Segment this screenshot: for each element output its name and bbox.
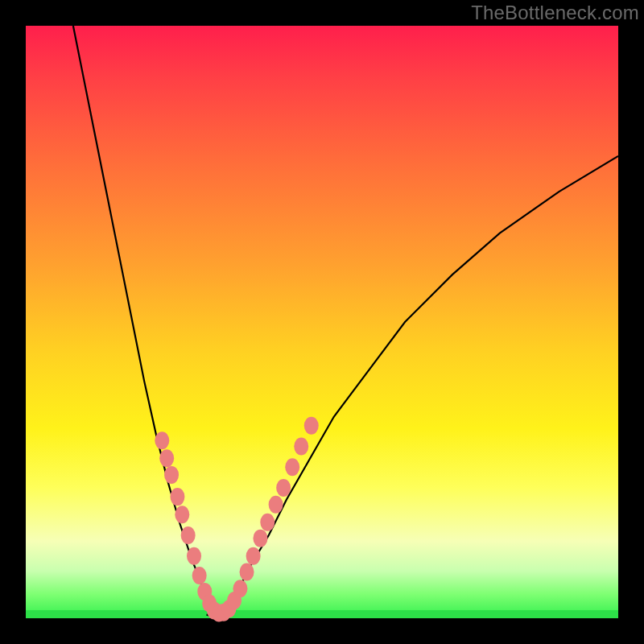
data-dot: [187, 547, 201, 565]
data-dot: [240, 564, 254, 581]
data-dot: [260, 514, 275, 531]
data-dot: [253, 530, 267, 547]
data-dot: [294, 438, 308, 456]
data-dot: [285, 458, 299, 476]
left-branch-line: [73, 26, 218, 615]
lines-layer: [73, 26, 618, 617]
data-dot: [276, 479, 291, 497]
data-dot: [269, 496, 283, 514]
data-dot: [170, 488, 184, 506]
data-dot: [159, 449, 174, 467]
plot-area: [26, 26, 618, 618]
data-dot: [164, 466, 179, 484]
data-dot: [304, 417, 319, 435]
data-dot: [175, 506, 189, 523]
data-dot: [233, 580, 247, 597]
data-dot: [155, 431, 169, 449]
chart-frame: TheBottleneck.com: [0, 0, 644, 644]
data-dot: [246, 547, 261, 565]
watermark-label: TheBottleneck.com: [471, 2, 639, 24]
data-dot: [181, 526, 196, 544]
dots-layer: [155, 417, 318, 622]
right-branch-line: [218, 156, 618, 615]
chart-svg: [26, 26, 618, 618]
data-dot: [192, 567, 207, 584]
